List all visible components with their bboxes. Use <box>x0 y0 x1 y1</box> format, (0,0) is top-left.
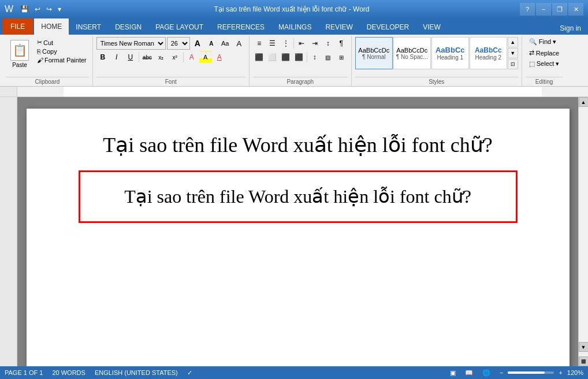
bold-button[interactable]: B <box>96 51 109 64</box>
zoom-out-button[interactable]: − <box>497 369 505 377</box>
document-title: Tại sao trên file Word xuất hiện lỗi fon… <box>61 132 535 159</box>
font-group: Times New Roman 26 A A Aa A B I U <box>93 36 250 86</box>
horizontal-ruler <box>17 87 588 96</box>
bullets-button[interactable]: ≡ <box>253 37 266 50</box>
tab-file[interactable]: FILE <box>2 18 33 35</box>
styles-group-content: AaBbCcDc ¶ Normal AaBbCcDc ¶ No Spac... … <box>355 37 518 76</box>
italic-button[interactable]: I <box>110 51 123 64</box>
styles-more-button[interactable]: ⊡ <box>508 59 518 69</box>
paragraph-label: Paragraph <box>253 77 348 86</box>
tab-page-layout[interactable]: PAGE LAYOUT <box>148 20 210 35</box>
clipboard-group-content: 📋 Paste ✂ Cut ⎘ Copy 🖌 Format Painter <box>6 37 89 76</box>
styles-scroll-down[interactable]: ▼ <box>508 48 518 58</box>
save-quick-btn[interactable]: 💾 <box>18 4 31 14</box>
close-button[interactable]: ✕ <box>568 3 583 16</box>
scroll-down-button[interactable]: ▼ <box>579 342 589 352</box>
superscript-button[interactable]: x² <box>169 51 181 64</box>
redo-quick-btn[interactable]: ↪ <box>44 4 54 14</box>
clipboard-label: Clipboard <box>6 77 89 86</box>
ruler-corner <box>0 87 17 96</box>
read-mode-button[interactable]: 📖 <box>463 369 475 377</box>
shading-button[interactable]: ▨ <box>322 51 334 64</box>
line-spacing-button[interactable]: ↕ <box>308 51 321 64</box>
replace-button[interactable]: ⇄ Replace <box>526 48 563 58</box>
styles-gallery: AaBbCcDc ¶ Normal AaBbCcDc ¶ No Spac... … <box>355 37 518 69</box>
style-normal[interactable]: AaBbCcDc ¶ Normal <box>355 37 393 69</box>
sort-button[interactable]: ↕ <box>322 37 334 50</box>
title-bar: W 💾 ↩ ↪ ▾ Tại sao trên file Word xuất hi… <box>0 0 588 18</box>
clipboard-group: 📋 Paste ✂ Cut ⎘ Copy 🖌 Format Painter Cl… <box>2 36 93 86</box>
zoom-in-button[interactable]: + <box>556 369 564 377</box>
highlight-button[interactable]: A <box>199 51 212 64</box>
language-info: ENGLISH (UNITED STATES) <box>95 369 178 376</box>
font-grow-button[interactable]: A <box>191 37 204 50</box>
paste-button[interactable]: 📋 Paste <box>6 37 34 70</box>
undo-quick-btn[interactable]: ↩ <box>32 4 43 14</box>
numbering-button[interactable]: ☰ <box>266 37 279 50</box>
font-color-button[interactable]: A <box>213 51 226 64</box>
align-right-button[interactable]: ⬛ <box>280 51 292 64</box>
restore-button[interactable]: ❐ <box>552 3 567 16</box>
doc-scroll[interactable]: Tại sao trên file Word xuất hiện lỗi fon… <box>17 97 578 366</box>
copy-icon: ⎘ <box>37 48 41 55</box>
multilevel-list-button[interactable]: ⋮ <box>280 37 292 50</box>
style-heading2[interactable]: AaBbCc Heading 2 <box>470 37 507 69</box>
editing-group-content: 🔍 Find ▾ ⇄ Replace ⬚ Select ▾ <box>526 37 563 76</box>
style-heading1[interactable]: AaBbCc Heading 1 <box>431 37 469 69</box>
font-size-select[interactable]: 26 <box>167 37 190 50</box>
status-bar: PAGE 1 OF 1 20 WORDS ENGLISH (UNITED STA… <box>0 366 588 379</box>
clear-format-icon: A <box>236 39 241 48</box>
underline-button[interactable]: U <box>124 51 137 64</box>
copy-button[interactable]: ⎘ Copy <box>35 47 89 55</box>
decrease-indent-button[interactable]: ⇤ <box>295 37 308 50</box>
change-case-button[interactable]: Aa <box>219 37 232 50</box>
cut-button[interactable]: ✂ Cut <box>35 38 89 47</box>
find-button[interactable]: 🔍 Find ▾ <box>526 37 563 47</box>
document-boxed-section: Tại sao trên file Word xuất hiện lỗi fon… <box>79 170 518 223</box>
font-shrink-button[interactable]: A <box>205 37 218 50</box>
styles-scroll-up[interactable]: ▲ <box>508 37 518 47</box>
borders-button[interactable]: ⊞ <box>335 51 348 64</box>
text-effects-button[interactable]: A <box>185 51 198 64</box>
more-quick-btn[interactable]: ▾ <box>55 4 64 14</box>
increase-indent-button[interactable]: ⇥ <box>308 37 321 50</box>
subscript-button[interactable]: x₂ <box>155 51 168 64</box>
scroll-up-button[interactable]: ▲ <box>579 97 589 107</box>
format-painter-button[interactable]: 🖌 Format Painter <box>35 56 89 64</box>
select-icon: ⬚ <box>529 60 535 68</box>
font-name-select[interactable]: Times New Roman <box>96 37 166 50</box>
select-button[interactable]: ⬚ Select ▾ <box>526 59 563 69</box>
tab-mailings[interactable]: MAILINGS <box>271 20 318 35</box>
signin-link[interactable]: Sign in <box>553 22 588 35</box>
tab-design[interactable]: DESIGN <box>108 20 148 35</box>
web-layout-button[interactable]: 🌐 <box>480 369 493 377</box>
svg-rect-1 <box>64 87 542 96</box>
ribbon-tabs: FILE HOME INSERT DESIGN PAGE LAYOUT REFE… <box>0 18 588 35</box>
zoom-bar: − + 120% <box>497 369 583 377</box>
print-layout-button[interactable]: ▣ <box>448 369 458 377</box>
tab-developer[interactable]: DEVELOPER <box>360 20 416 35</box>
align-left-button[interactable]: ⬛ <box>253 51 266 64</box>
show-marks-button[interactable]: ¶ <box>335 37 348 50</box>
editing-col: 🔍 Find ▾ ⇄ Replace ⬚ Select ▾ <box>526 37 563 69</box>
strikethrough-button[interactable]: abc <box>141 51 154 64</box>
minimize-button[interactable]: − <box>536 3 551 16</box>
align-center-button[interactable]: ⬜ <box>266 51 279 64</box>
right-scrollbar: ▲ ▼ ⬛ <box>578 97 588 366</box>
justify-button[interactable]: ⬛ <box>293 51 306 64</box>
zoom-slider-fill <box>508 371 545 374</box>
tab-references[interactable]: REFERENCES <box>210 20 271 35</box>
tab-insert[interactable]: INSERT <box>69 20 108 35</box>
search-icon: 🔍 <box>529 38 537 46</box>
help-button[interactable]: ? <box>520 3 535 16</box>
tab-view[interactable]: VIEW <box>416 20 448 35</box>
styles-scroll: ▲ ▼ ⊡ <box>508 37 518 69</box>
style-no-spacing[interactable]: AaBbCcDc ¶ No Spac... <box>393 37 431 69</box>
tab-home[interactable]: HOME <box>34 18 69 35</box>
document-boxed-text[interactable]: Tại sao trên file Word xuất hiện lỗi fon… <box>98 184 498 210</box>
tab-review[interactable]: REVIEW <box>318 20 359 35</box>
zoom-slider-track[interactable] <box>508 371 554 374</box>
clear-format-button[interactable]: A <box>233 37 245 50</box>
scroll-bottom-button[interactable]: ⬛ <box>579 356 589 366</box>
style-normal-preview: AaBbCcDc <box>358 47 389 54</box>
